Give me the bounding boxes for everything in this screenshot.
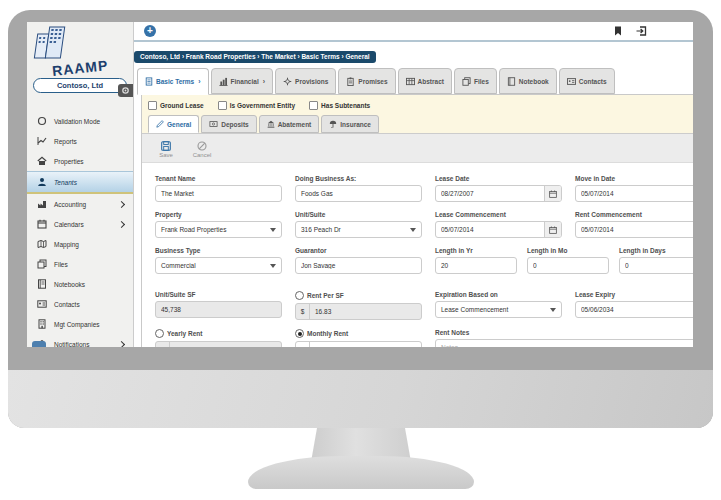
form-toolbar: Save Cancel bbox=[142, 134, 693, 163]
tenant-name-input[interactable] bbox=[156, 186, 281, 201]
pencil-icon bbox=[156, 120, 164, 128]
expiration-based-on-field: Expiration Based on Lease Commencement bbox=[435, 291, 562, 320]
guarantor-input[interactable] bbox=[296, 258, 421, 273]
lease-commencement-input[interactable] bbox=[436, 222, 544, 237]
rent-commencement-input[interactable] bbox=[576, 222, 693, 237]
brand-name: RAAMP bbox=[51, 57, 109, 79]
length-days-input[interactable] bbox=[620, 258, 693, 273]
tab-files[interactable]: Files bbox=[454, 68, 497, 94]
field-label: Rent Commencement bbox=[575, 211, 693, 218]
property-select[interactable]: Frank Road Properties bbox=[155, 221, 282, 238]
sidebar-nav: Validation Mode Reports Properties Tenan… bbox=[27, 111, 133, 347]
length-mo-field: Length in Mo bbox=[527, 247, 609, 274]
sidebar-item-label: Calendars bbox=[54, 221, 84, 228]
briefcase-icon bbox=[36, 199, 47, 209]
logo: RAAMP Contoso, Ltd bbox=[27, 22, 133, 93]
tab-financial[interactable]: Financial› bbox=[211, 68, 274, 94]
tab-basic-terms[interactable]: Basic Terms› bbox=[137, 68, 209, 95]
dropdown-caret-icon bbox=[550, 308, 556, 312]
length-yr-input[interactable] bbox=[436, 258, 516, 273]
sidebar-item-notebooks[interactable]: Notebooks bbox=[27, 274, 133, 294]
sidebar-item-reports[interactable]: Reports bbox=[27, 131, 133, 151]
dba-input[interactable] bbox=[296, 186, 421, 201]
field-label: Rent Notes bbox=[435, 329, 693, 336]
sidebar-item-contacts[interactable]: Contacts bbox=[27, 294, 133, 314]
lease-form: Tenant Name Doing Business As: Lease Dat… bbox=[142, 163, 693, 347]
length-yr-field: Length in Yr bbox=[435, 247, 517, 274]
tab-label: Contacts bbox=[579, 78, 607, 85]
sidebar-settings-button[interactable] bbox=[118, 84, 133, 97]
field-label: Rent Per SF bbox=[307, 292, 344, 299]
bookmark-icon[interactable] bbox=[614, 26, 622, 36]
checkbox-label: Is Government Entity bbox=[230, 102, 295, 109]
expiration-based-on-select[interactable]: Lease Commencement bbox=[435, 301, 562, 318]
sidebar-item-files[interactable]: Files bbox=[27, 254, 133, 274]
table-icon bbox=[406, 77, 415, 86]
unit-suite-sf-input[interactable] bbox=[156, 302, 281, 317]
lease-expiry-input[interactable] bbox=[576, 302, 693, 317]
sidebar-item-calendars[interactable]: Calendars bbox=[27, 214, 133, 234]
checkbox-is-government-entity[interactable]: Is Government Entity bbox=[218, 101, 295, 110]
sidebar-item-label: Files bbox=[54, 261, 68, 268]
currency-prefix: $ bbox=[296, 304, 310, 319]
checkbox-has-subtenants[interactable]: Has Subtenants bbox=[309, 101, 370, 110]
cancel-button[interactable]: Cancel bbox=[186, 136, 218, 162]
yearly-rent-field: Yearly Rent $ bbox=[155, 329, 282, 347]
tab-notebook[interactable]: Notebook bbox=[499, 68, 557, 94]
checkbox-ground-lease[interactable]: Ground Lease bbox=[148, 101, 204, 110]
monthly-rent-radio[interactable] bbox=[295, 329, 304, 338]
yearly-rent-radio[interactable] bbox=[155, 329, 164, 338]
sidebar-item-mgt-companies[interactable]: Mgt Companies bbox=[27, 314, 133, 334]
subtab-deposits[interactable]: Deposits bbox=[201, 115, 256, 133]
main-content: + Contoso, Ltd › Frank Road Properties ›… bbox=[134, 22, 693, 347]
lease-date-input[interactable] bbox=[436, 186, 544, 201]
tab-label: Files bbox=[474, 78, 489, 85]
cancel-label: Cancel bbox=[193, 152, 212, 158]
lease-length-group: Length in Yr Length in Mo Length in Days bbox=[435, 247, 693, 283]
rent-per-sf-input[interactable] bbox=[310, 304, 421, 319]
selected-value: Frank Road Properties bbox=[156, 226, 226, 233]
business-type-select[interactable]: Commercial bbox=[155, 257, 282, 274]
sidebar-item-validation-mode[interactable]: Validation Mode bbox=[27, 111, 133, 131]
sidebar-item-label: Accounting bbox=[54, 201, 86, 208]
move-in-date-input[interactable] bbox=[576, 186, 693, 201]
field-label: Doing Business As: bbox=[295, 175, 422, 182]
save-button[interactable]: Save bbox=[150, 136, 182, 162]
selected-value: Lease Commencement bbox=[436, 306, 508, 313]
gear-icon bbox=[121, 86, 130, 95]
subtab-insurance[interactable]: Insurance bbox=[321, 115, 379, 133]
home-icon bbox=[36, 156, 47, 166]
logout-icon[interactable] bbox=[636, 26, 647, 36]
sidebar-item-properties[interactable]: Properties bbox=[27, 151, 133, 171]
sidebar-item-partial[interactable] bbox=[32, 341, 46, 347]
tab-abstract[interactable]: Abstract bbox=[398, 68, 452, 94]
field-label: Business Type bbox=[155, 247, 282, 254]
rent-per-sf-radio[interactable] bbox=[295, 291, 304, 300]
yearly-rent-input[interactable] bbox=[170, 342, 281, 347]
checkbox-label: Ground Lease bbox=[160, 102, 204, 109]
property-field: Property Frank Road Properties bbox=[155, 211, 282, 238]
calendar-icon[interactable] bbox=[544, 222, 561, 237]
rent-notes-textarea[interactable] bbox=[435, 339, 693, 347]
rent-per-sf-field: Rent Per SF $ bbox=[295, 291, 422, 320]
tab-provisions[interactable]: Provisions bbox=[275, 68, 336, 94]
subtab-general[interactable]: General bbox=[148, 115, 199, 133]
unit-suite-select[interactable]: 316 Peach Dr bbox=[295, 221, 422, 238]
length-mo-input[interactable] bbox=[528, 258, 608, 273]
tab-promises[interactable]: Promises bbox=[338, 68, 395, 94]
subtab-abatement[interactable]: Abatement bbox=[259, 115, 320, 133]
business-type-field: Business Type Commercial bbox=[155, 247, 282, 274]
building-icon bbox=[36, 319, 47, 329]
add-button[interactable]: + bbox=[144, 25, 156, 37]
field-label: Length in Yr bbox=[435, 247, 517, 254]
sidebar-item-label: Mapping bbox=[54, 241, 79, 248]
tab-arrow: › bbox=[198, 78, 200, 85]
sidebar-item-mapping[interactable]: Mapping bbox=[27, 234, 133, 254]
sidebar-item-tenants[interactable]: Tenants bbox=[27, 171, 133, 194]
sidebar-item-label: Reports bbox=[54, 138, 77, 145]
calendar-icon[interactable] bbox=[544, 186, 561, 201]
sidebar-item-accounting[interactable]: Accounting bbox=[27, 194, 133, 214]
app-window: RAAMP Contoso, Ltd Validation Mode bbox=[27, 22, 693, 347]
tab-contacts[interactable]: Contacts bbox=[559, 68, 615, 94]
monthly-rent-input[interactable] bbox=[310, 342, 421, 347]
